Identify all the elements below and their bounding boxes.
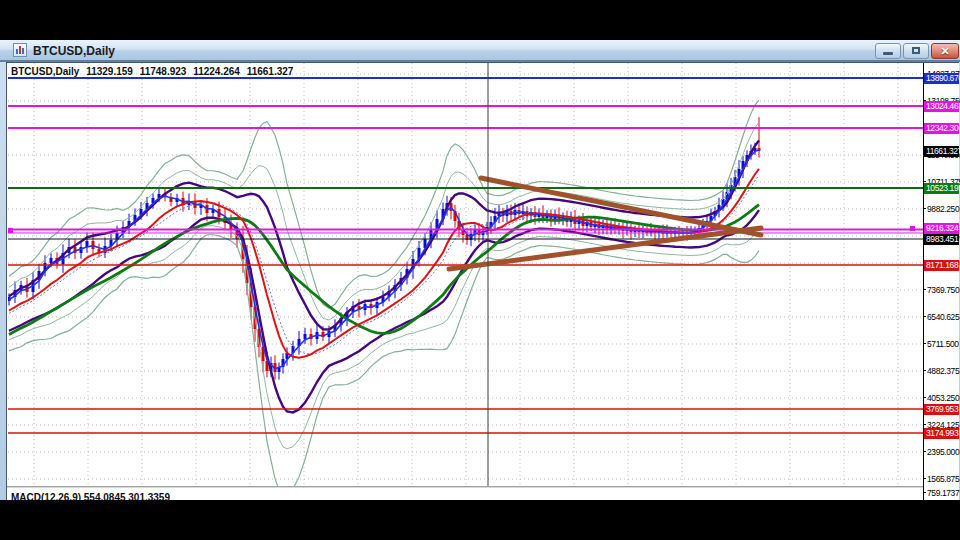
axis-tick-label: 4882.375 — [927, 366, 959, 376]
open-value: 11329.159 — [86, 66, 133, 77]
close-button[interactable]: ✕ — [931, 43, 959, 59]
price-tag: 13024.463 — [924, 101, 959, 112]
close-icon: ✕ — [932, 44, 958, 58]
axis-tick-label: 4053.250 — [927, 393, 959, 403]
letterbox-bottom — [0, 500, 960, 540]
chart-window-icon — [13, 43, 27, 57]
candlestick-chart[interactable] — [8, 63, 923, 487]
axis-tick-label: 6540.625 — [927, 312, 959, 322]
chart-info-line: BTCUSD,Daily 11329.159 11748.923 11224.2… — [11, 66, 297, 77]
restore-icon — [912, 47, 920, 54]
restore-button[interactable] — [903, 43, 929, 59]
price-tag: 13890.676 — [924, 73, 959, 84]
price-tag: 3174.993 — [924, 428, 959, 439]
window-titlebar[interactable]: BTCUSD,Daily ✕ — [0, 40, 960, 62]
price-tag: 3769.953 — [924, 404, 959, 415]
axis-tick-label: 5711.500 — [927, 339, 959, 349]
axis-tick-label: 9882.250 — [927, 204, 959, 214]
axis-tick-label: 7369.750 — [927, 285, 959, 295]
price-tag: 11661.327 — [924, 146, 959, 157]
subwindow-divider[interactable] — [7, 486, 923, 488]
price-tag: 8171.168 — [924, 260, 959, 271]
close-value: 11661.327 — [247, 66, 294, 77]
high-value: 11748.923 — [140, 66, 187, 77]
axis-tick-label: 2395.000 — [927, 447, 959, 457]
price-axis[interactable]: 14027.87513198.75012369.62511540.5001071… — [923, 63, 959, 501]
screen: BTCUSD,Daily ✕ BTCUSD,Daily 11329.159 11… — [0, 0, 960, 540]
minimize-icon — [883, 52, 893, 55]
window-title: BTCUSD,Daily — [33, 44, 115, 58]
letterbox-top — [0, 0, 960, 40]
chart-window: BTCUSD,Daily ✕ BTCUSD,Daily 11329.159 11… — [0, 40, 960, 500]
price-tag: 8983.451 — [924, 234, 959, 245]
symbol-period-label: BTCUSD,Daily — [11, 66, 79, 77]
price-tag: 12342.306 — [924, 123, 959, 134]
hline-handle[interactable] — [8, 228, 13, 233]
subwindow-axis-tick: 759.1737 — [927, 488, 959, 498]
minimize-button[interactable] — [875, 43, 901, 59]
low-value: 11224.264 — [193, 66, 240, 77]
chart-area[interactable]: BTCUSD,Daily 11329.159 11748.923 11224.2… — [6, 62, 959, 501]
price-tag: 10523.195 — [924, 183, 959, 194]
hline-handle[interactable] — [910, 226, 915, 231]
axis-tick-label: 1565.875 — [927, 474, 959, 484]
price-tag: 9216.324 — [924, 223, 959, 234]
